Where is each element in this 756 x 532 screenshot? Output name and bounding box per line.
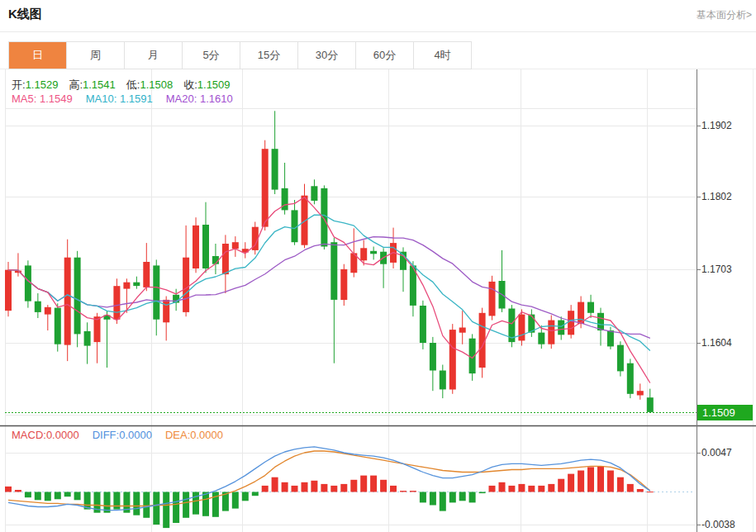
high-label: 高: bbox=[69, 78, 83, 91]
close-value: 1.1509 bbox=[197, 78, 231, 91]
macd-axis-tick: -0.0038 bbox=[701, 519, 735, 530]
ma20-value: MA20: 1.1610 bbox=[166, 93, 233, 105]
close-label: 收: bbox=[183, 78, 197, 91]
y-axis-tick: 1.1902 bbox=[701, 120, 732, 131]
diff-value: DIFF:0.0000 bbox=[93, 429, 152, 441]
page-title: K线图 bbox=[8, 7, 42, 22]
tab-60min[interactable]: 60分 bbox=[356, 42, 414, 69]
tab-month[interactable]: 月 bbox=[125, 42, 183, 69]
low-value: 1.1508 bbox=[140, 78, 173, 91]
tab-30min[interactable]: 30分 bbox=[298, 42, 356, 69]
ma5-value: MA5: 1.1549 bbox=[12, 93, 73, 105]
ma10-value: MA10: 1.1591 bbox=[86, 93, 153, 105]
open-value: 1.1529 bbox=[26, 78, 59, 91]
y-axis-tick: 1.1604 bbox=[701, 337, 732, 349]
last-price-tag: 1.1509 bbox=[697, 405, 753, 420]
tab-15min[interactable]: 15分 bbox=[240, 42, 298, 69]
tab-day[interactable]: 日 bbox=[9, 42, 67, 69]
ohlc-info-row: 开:1.1529高:1.1541低:1.1508收:1.1509 bbox=[12, 78, 241, 93]
dea-value: DEA:0.0000 bbox=[165, 429, 223, 441]
macd-axis-tick: 0.0047 bbox=[701, 447, 732, 458]
macd-info-row: MACD:0.0000DIFF:0.0000DEA:0.0000 bbox=[12, 429, 223, 441]
high-value: 1.1541 bbox=[83, 78, 116, 91]
y-axis-tick: 1.1802 bbox=[701, 191, 732, 202]
tab-5min[interactable]: 5分 bbox=[183, 42, 240, 69]
y-axis-tick: 1.1703 bbox=[701, 264, 732, 275]
macd-value: MACD:0.0000 bbox=[12, 429, 79, 441]
ma-info-row: MA5: 1.1549MA10: 1.1591MA20: 1.1610 bbox=[12, 93, 233, 105]
tab-week[interactable]: 周 bbox=[67, 42, 125, 69]
kline-app: K线图 基本面分析> 日周月5分15分30分60分4时 开:1.1529高:1.… bbox=[0, 0, 756, 532]
fundamental-analysis-link[interactable]: 基本面分析> bbox=[697, 8, 752, 22]
low-label: 低: bbox=[126, 78, 140, 91]
period-tabbar: 日周月5分15分30分60分4时 bbox=[8, 41, 472, 69]
tab-4hour[interactable]: 4时 bbox=[414, 42, 471, 69]
open-label: 开: bbox=[12, 78, 26, 91]
title-divider bbox=[0, 31, 756, 32]
